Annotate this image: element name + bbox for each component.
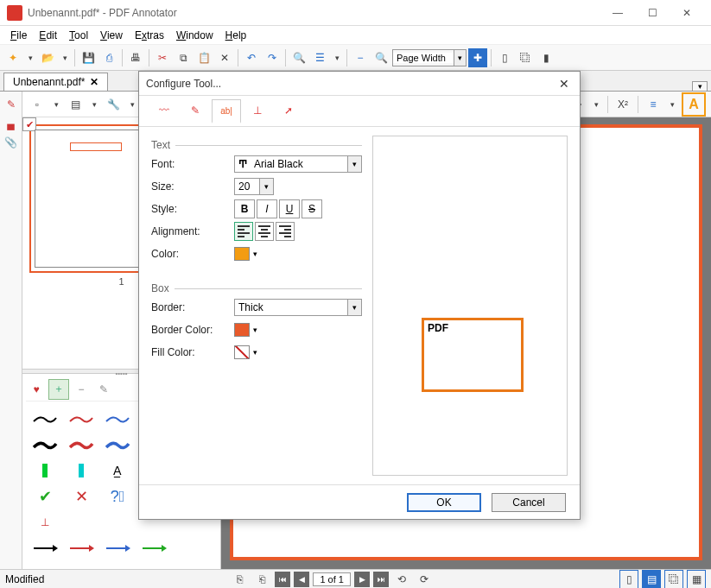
text-style-icon[interactable]: X² [613,95,632,114]
swatch-pen-red-thick[interactable] [64,433,98,457]
fill-color-dropdown-icon[interactable]: ▾ [251,348,259,357]
swatch-pen-blue[interactable] [100,407,135,431]
text-color-picker[interactable]: ▾ [234,247,259,261]
tab-text-icon[interactable]: ab| [212,99,241,123]
nav-last-icon[interactable]: ⏭ [373,572,389,587]
underline-button[interactable]: U [279,199,300,218]
tab-pen-icon[interactable]: 〰 [149,99,179,123]
nav-back-icon[interactable]: ⟲ [392,570,411,589]
delete-icon[interactable]: ✕ [215,48,234,67]
swatch-hl-cyan[interactable] [64,458,98,483]
attachment-tool-icon[interactable]: 📎 [4,136,17,149]
search-icon[interactable]: 🔍 [289,48,308,67]
view-grid-icon[interactable]: ▦ [687,570,706,589]
tab-stamp-icon[interactable]: ⊥ [243,99,272,123]
palette-favorites-icon[interactable]: ♥ [26,379,47,400]
italic-button[interactable]: I [257,199,277,218]
nav-prev-icon[interactable]: ◀ [294,572,309,587]
zoom-in-icon[interactable]: 🔍 [371,48,390,67]
page-layout-icon[interactable]: ▯ [495,48,514,67]
zoom-fit-icon[interactable]: ✚ [468,48,487,67]
more-dd[interactable]: ▾ [590,95,602,114]
swatch-empty-5[interactable] [64,510,98,534]
open-dropdown[interactable]: ▾ [59,48,71,67]
align-left-button[interactable] [234,222,253,241]
menu-view[interactable]: View [95,28,128,43]
thumb-settings-icon[interactable]: 🔧 [104,95,123,114]
thumb-settings-dd[interactable]: ▾ [126,95,138,114]
swatch-help-icon[interactable]: ?⃝ [100,484,135,509]
undo-icon[interactable]: ↶ [242,48,261,67]
sidebar-icon[interactable]: ☰ [310,48,329,67]
view-dual-icon[interactable]: ⿻ [664,570,683,589]
zoom-select[interactable]: ▾ [392,49,467,66]
swatch-arrow-green[interactable] [136,536,171,560]
copy-icon[interactable]: ⧉ [174,48,193,67]
open-icon[interactable]: 📂 [38,48,57,67]
nav-first-icon[interactable]: ⏮ [275,572,290,587]
swatch-arrow-blue[interactable] [100,536,135,560]
tabs-expand[interactable]: ▾ [692,81,708,91]
ok-button[interactable]: OK [407,493,481,512]
align-right-button[interactable] [276,222,295,241]
highlighter-tool-icon[interactable]: ▄ [7,117,15,130]
font-select[interactable]: Ͳ Arial Black ▾ [234,155,362,173]
zoom-out-icon[interactable]: − [351,48,370,67]
menu-tool[interactable]: Tool [64,28,93,43]
doc-tab-close-icon[interactable]: ✕ [90,76,98,88]
border-color-dropdown-icon[interactable]: ▾ [251,326,259,334]
border-dropdown-icon[interactable]: ▾ [347,300,361,315]
border-select[interactable]: Thick ▾ [234,299,362,316]
view-single-icon[interactable]: ▯ [619,570,638,589]
menu-extras[interactable]: Extras [130,28,169,43]
doc-tab[interactable]: Unbenannt.pdf* ✕ [3,73,108,91]
close-button[interactable]: ✕ [670,1,704,25]
paste-icon[interactable]: 📋 [194,48,213,67]
swatch-stamp-icon[interactable]: ⊥ [28,510,62,534]
palette-add-icon[interactable]: ＋ [48,379,69,400]
swatch-pen-black-thick[interactable] [28,433,62,457]
status-page-ins-icon[interactable]: ⎗ [252,570,271,589]
align-dd[interactable]: ▾ [666,95,678,114]
nav-next-icon[interactable]: ▶ [354,572,370,587]
nav-forward-icon[interactable]: ⟳ [415,570,434,589]
size-dropdown-icon[interactable]: ▾ [259,179,273,194]
thumb-pages-dd[interactable]: ▾ [50,95,62,114]
status-page-first-icon[interactable]: ⎘ [230,570,249,589]
palette-remove-icon[interactable]: − [71,379,92,400]
new-dropdown[interactable]: ▾ [24,48,36,67]
swatch-cross-icon[interactable]: ✕ [64,484,98,509]
swatch-arrow-black[interactable] [28,536,62,560]
swatch-check-icon[interactable]: ✔ [28,484,62,509]
swatch-pen-red[interactable] [64,407,98,431]
print-icon[interactable]: 🖶 [126,48,145,67]
save-icon[interactable]: 💾 [79,48,98,67]
cut-icon[interactable]: ✂ [153,48,172,67]
border-color-picker[interactable]: ▾ [234,323,259,337]
cancel-button[interactable]: Cancel [492,493,566,512]
swatch-arrow-red[interactable] [64,536,98,560]
thumb-bookmarks-icon[interactable]: ▤ [66,95,85,114]
swatch-pen-black[interactable] [28,407,62,431]
size-select[interactable]: 20 ▾ [234,178,274,195]
maximize-button[interactable]: ☐ [635,1,670,25]
tab-arrow-icon[interactable]: ➚ [274,99,303,123]
align-center-button[interactable] [255,222,274,241]
swatch-pen-blue-thick[interactable] [100,433,135,457]
swatch-hl-green[interactable] [28,458,62,483]
zoom-input[interactable] [393,53,454,63]
save-as-icon[interactable]: ⎙ [99,48,118,67]
page-dual-icon[interactable]: ⿻ [516,48,535,67]
align-icon[interactable]: ≡ [644,95,663,114]
zoom-dropdown[interactable]: ▾ [454,50,466,66]
menu-help[interactable]: Help [220,28,252,43]
minimize-button[interactable]: — [600,1,635,25]
sidebar-dropdown[interactable]: ▾ [331,48,343,67]
redo-icon[interactable]: ↷ [263,48,282,67]
bold-button[interactable]: B [234,199,255,218]
page-input[interactable] [313,572,351,586]
view-cont-icon[interactable]: ▤ [642,570,661,589]
palette-edit-icon[interactable]: ✎ [93,379,114,400]
swatch-empty-6[interactable] [100,510,135,534]
page-continuous-icon[interactable]: ▮ [536,48,555,67]
